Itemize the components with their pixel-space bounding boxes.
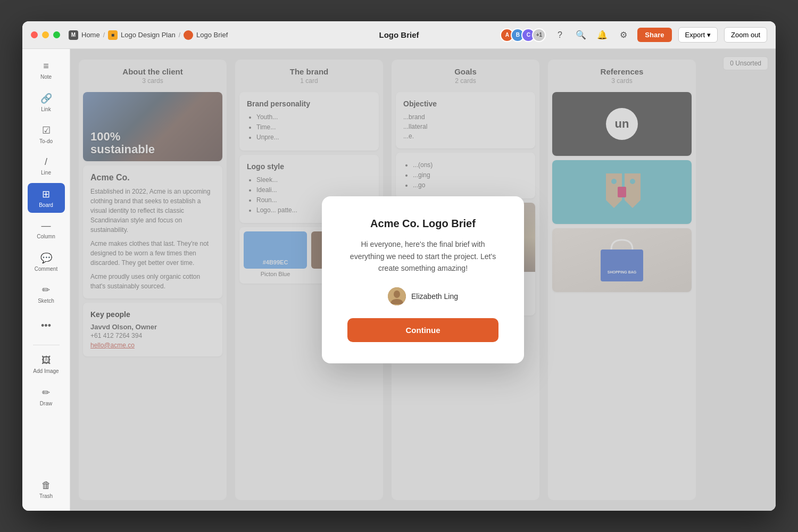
- column-label: Column: [37, 234, 55, 239]
- todo-icon: ☑: [42, 124, 51, 136]
- modal: Acme Co. Logo Brief Hi everyone, here's …: [322, 196, 524, 363]
- avatar: [388, 287, 406, 305]
- traffic-lights: [31, 31, 60, 38]
- sidebar-item-board[interactable]: ⊞ Board: [28, 183, 65, 213]
- note-label: Note: [40, 74, 52, 80]
- sidebar-item-line[interactable]: / Line: [28, 151, 65, 181]
- breadcrumb-home[interactable]: M Home: [69, 30, 100, 40]
- export-button[interactable]: Export ▾: [678, 27, 718, 43]
- breadcrumb-sep-2: /: [179, 31, 180, 39]
- maximize-button[interactable]: [53, 31, 60, 38]
- modal-title: Acme Co. Logo Brief: [347, 218, 498, 230]
- sidebar-item-trash[interactable]: 🗑 Trash: [28, 475, 65, 504]
- breadcrumb-brief[interactable]: Logo Brief: [184, 30, 228, 40]
- add-image-icon: 🖼: [41, 355, 51, 366]
- svg-point-9: [394, 290, 400, 298]
- canvas-area: 0 Unsorted About the client 3 cards 100%…: [70, 49, 776, 511]
- avatar-count: +1: [532, 28, 546, 42]
- sidebar-item-add-image[interactable]: 🖼 Add Image: [28, 350, 65, 379]
- settings-icon[interactable]: ⚙: [616, 28, 631, 43]
- note-icon: ≡: [43, 61, 49, 72]
- sidebar-item-note[interactable]: ≡ Note: [28, 55, 65, 85]
- continue-button[interactable]: Continue: [347, 318, 498, 342]
- plan-icon: ■: [108, 30, 118, 40]
- search-icon[interactable]: 🔍: [573, 28, 588, 43]
- link-label: Link: [41, 106, 51, 112]
- minimize-button[interactable]: [42, 31, 49, 38]
- sidebar: ≡ Note 🔗 Link ☑ To-do / Line ⊞ Board — C…: [22, 49, 70, 511]
- author-avatar-svg: [388, 287, 406, 305]
- app-window: M Home / ■ Logo Design Plan / Logo Brief…: [22, 21, 776, 511]
- add-image-label: Add Image: [33, 368, 59, 374]
- comment-label: Comment: [35, 266, 57, 272]
- modal-overlay: Acme Co. Logo Brief Hi everyone, here's …: [70, 49, 776, 511]
- zoom-button[interactable]: Zoom out: [724, 27, 767, 43]
- sidebar-item-link[interactable]: 🔗 Link: [28, 87, 65, 117]
- modal-author: Elizabeth Ling: [347, 287, 498, 305]
- board-label: Board: [39, 202, 53, 208]
- board-icon: ⊞: [42, 188, 50, 200]
- home-icon: M: [69, 30, 78, 40]
- close-button[interactable]: [31, 31, 38, 38]
- plan-label: Logo Design Plan: [121, 31, 176, 39]
- sidebar-divider: [33, 345, 60, 345]
- comment-icon: 💬: [40, 252, 52, 264]
- sidebar-item-comment[interactable]: 💬 Comment: [28, 247, 65, 277]
- draw-label: Draw: [40, 401, 52, 406]
- titlebar: M Home / ■ Logo Design Plan / Logo Brief…: [22, 21, 776, 49]
- question-icon[interactable]: ?: [552, 28, 567, 43]
- sketch-label: Sketch: [38, 298, 54, 304]
- main-layout: ≡ Note 🔗 Link ☑ To-do / Line ⊞ Board — C…: [22, 49, 776, 511]
- bell-icon[interactable]: 🔔: [595, 28, 610, 43]
- trash-icon: 🗑: [41, 480, 51, 491]
- todo-label: To-do: [39, 138, 53, 144]
- share-button[interactable]: Share: [637, 28, 671, 42]
- export-chevron-icon: ▾: [707, 31, 711, 39]
- sidebar-item-todo[interactable]: ☑ To-do: [28, 119, 65, 149]
- sidebar-item-more[interactable]: •••: [28, 311, 65, 340]
- column-icon: —: [41, 220, 51, 231]
- home-label: Home: [81, 31, 100, 39]
- sidebar-item-column[interactable]: — Column: [28, 215, 65, 245]
- draw-icon: ✏: [42, 387, 50, 398]
- author-name: Elizabeth Ling: [411, 292, 458, 301]
- more-icon: •••: [41, 320, 51, 331]
- breadcrumb-sep-1: /: [103, 31, 105, 39]
- titlebar-right: A B C +1 ? 🔍 🔔 ⚙ Share Export ▾ Zoom out: [500, 27, 767, 43]
- export-label: Export: [685, 31, 705, 39]
- line-icon: /: [45, 156, 47, 168]
- avatar-stack: A B C +1: [500, 28, 546, 42]
- breadcrumb: M Home / ■ Logo Design Plan / Logo Brief: [69, 30, 228, 40]
- sidebar-item-sketch[interactable]: ✏ Sketch: [28, 279, 65, 309]
- line-label: Line: [41, 170, 51, 176]
- breadcrumb-plan[interactable]: ■ Logo Design Plan: [108, 30, 176, 40]
- sketch-icon: ✏: [42, 284, 50, 296]
- page-title: Logo Brief: [379, 30, 419, 39]
- brief-icon: [184, 30, 193, 40]
- trash-label: Trash: [39, 493, 53, 499]
- brief-label: Logo Brief: [196, 31, 228, 39]
- sidebar-item-draw[interactable]: ✏ Draw: [28, 381, 65, 411]
- modal-body: Hi everyone, here's the final brief with…: [347, 238, 498, 274]
- link-icon: 🔗: [40, 93, 52, 104]
